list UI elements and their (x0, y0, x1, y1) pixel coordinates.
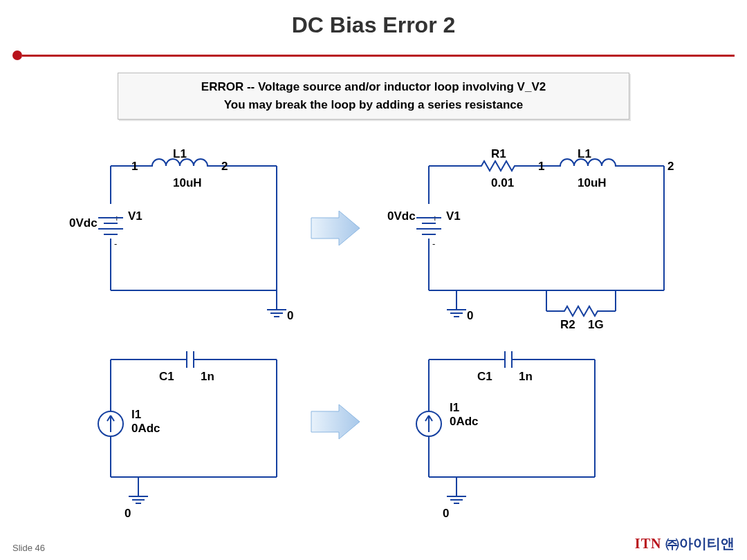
node-1-label: 1 (131, 160, 138, 173)
rule-dot-icon (12, 50, 22, 60)
c1-label: C1 (159, 370, 174, 383)
i1-label: I1 (131, 408, 141, 421)
v1-value: 0Vdc (69, 216, 98, 230)
title-rule (0, 50, 747, 60)
gnd-label: 0 (287, 309, 293, 322)
resistor-r2-icon (560, 306, 602, 316)
node-2-label: 2 (221, 160, 228, 173)
error-line-2: You may break the loop by adding a serie… (128, 98, 619, 112)
error-line-1: ERROR -- Voltage source and/or inductor … (128, 80, 619, 94)
voltage-source-icon (416, 218, 441, 234)
ground-icon (447, 491, 466, 503)
diagram-canvas: + - L1 10uH 1 2 V1 0Vdc 0 + - (0, 131, 747, 532)
l1-label: L1 (578, 147, 591, 160)
error-message-box: ERROR -- Voltage source and/or inductor … (118, 73, 629, 120)
c1-value: 1n (201, 370, 214, 383)
rule-line (22, 55, 735, 57)
r1-label: R1 (491, 147, 506, 160)
gnd-label: 0 (467, 309, 473, 322)
v1-value: 0Vdc (387, 209, 416, 223)
resistor-r1-icon (477, 161, 519, 171)
gnd-label: 0 (124, 507, 131, 520)
c1-value: 1n (519, 370, 533, 383)
brand-footer: ITN ㈜아이티앤 (635, 534, 735, 553)
circuit-3: C1 1n I1 0Adc 0 (98, 351, 277, 520)
slide-number: Slide 46 (12, 543, 45, 553)
r2-value: 1G (588, 318, 604, 331)
i1-label: I1 (450, 401, 459, 414)
l1-label: L1 (173, 147, 187, 160)
transform-arrow-icon (311, 404, 360, 439)
l1-value: 10uH (578, 176, 607, 189)
ground-icon (447, 304, 466, 317)
ground-icon (267, 304, 286, 317)
r1-value: 0.01 (491, 176, 514, 189)
v1-minus: - (114, 239, 117, 249)
current-source-icon (98, 411, 123, 436)
i1-value: 0Adc (131, 422, 160, 435)
brand-korean: ㈜아이티앤 (665, 536, 735, 551)
voltage-source-icon (98, 218, 123, 234)
circuit-1: + - L1 10uH 1 2 V1 0Vdc 0 (69, 147, 293, 322)
transform-arrow-icon (311, 211, 360, 245)
i1-value: 0Adc (450, 415, 479, 428)
v1-label: V1 (128, 209, 142, 223)
gnd-label: 0 (443, 507, 449, 520)
circuit-2: + - R1 0.01 L1 10uH 1 2 V1 0Vdc 0 R2 1G (387, 147, 674, 331)
capacitor-icon (187, 351, 194, 368)
node-2-label: 2 (667, 160, 674, 173)
ground-icon (129, 491, 148, 503)
c1-label: C1 (477, 370, 492, 383)
capacitor-icon (505, 351, 512, 368)
current-source-icon (416, 411, 441, 436)
brand-itn: ITN (635, 536, 662, 551)
node-1-label: 1 (538, 160, 544, 173)
circuit-4: C1 1n I1 0Adc 0 (416, 351, 595, 520)
v1-label: V1 (446, 209, 461, 223)
page-title: DC Bias Error 2 (0, 0, 747, 45)
r2-label: R2 (560, 318, 575, 331)
v1-minus: - (432, 239, 435, 249)
l1-value: 10uH (173, 176, 202, 189)
